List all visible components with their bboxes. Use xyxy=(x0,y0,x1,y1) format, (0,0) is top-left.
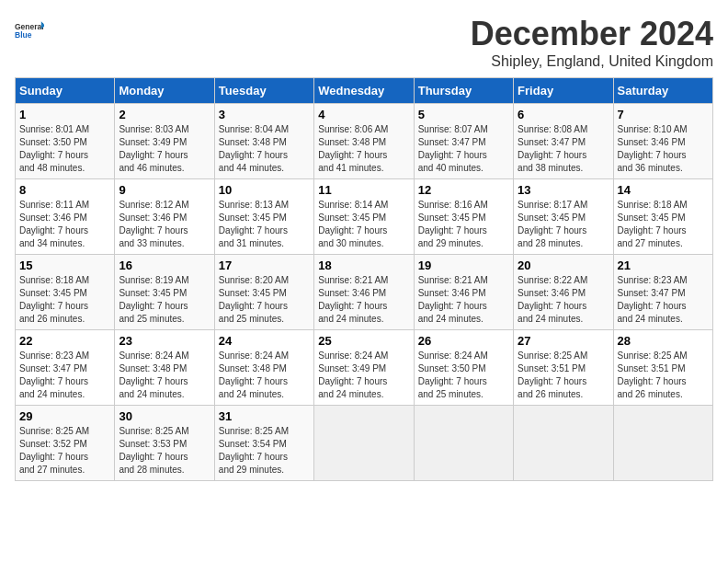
calendar-cell: 7 Sunrise: 8:10 AMSunset: 3:46 PMDayligh… xyxy=(613,104,712,179)
day-number: 8 xyxy=(19,183,110,197)
day-number: 23 xyxy=(119,334,210,348)
calendar-cell: 5 Sunrise: 8:07 AMSunset: 3:47 PMDayligh… xyxy=(414,104,513,179)
day-number: 21 xyxy=(618,259,709,272)
day-number: 24 xyxy=(219,334,310,348)
calendar-cell: 10 Sunrise: 8:13 AMSunset: 3:45 PMDaylig… xyxy=(214,179,313,255)
day-number: 2 xyxy=(119,108,210,121)
day-info: Sunrise: 8:21 AMSunset: 3:46 PMDaylight:… xyxy=(318,274,409,326)
location-title: Shipley, England, United Kingdom xyxy=(471,53,713,70)
day-info: Sunrise: 8:08 AMSunset: 3:47 PMDaylight:… xyxy=(518,123,609,175)
day-number: 3 xyxy=(219,108,310,121)
day-info: Sunrise: 8:24 AMSunset: 3:50 PMDaylight:… xyxy=(418,350,509,401)
calendar-cell xyxy=(514,406,613,481)
day-info: Sunrise: 8:04 AMSunset: 3:48 PMDaylight:… xyxy=(219,123,310,175)
day-number: 28 xyxy=(618,334,709,348)
calendar-cell: 13 Sunrise: 8:17 AMSunset: 3:45 PMDaylig… xyxy=(514,179,613,255)
calendar-week-1: 1 Sunrise: 8:01 AMSunset: 3:50 PMDayligh… xyxy=(16,104,713,179)
day-info: Sunrise: 8:24 AMSunset: 3:48 PMDaylight:… xyxy=(219,350,310,401)
day-number: 29 xyxy=(19,409,110,423)
header: General Blue December 2024 Shipley, Engl… xyxy=(15,15,713,70)
calendar-cell: 6 Sunrise: 8:08 AMSunset: 3:47 PMDayligh… xyxy=(514,104,613,179)
day-number: 13 xyxy=(518,183,609,197)
day-number: 4 xyxy=(318,108,409,121)
day-info: Sunrise: 8:16 AMSunset: 3:45 PMDaylight:… xyxy=(418,199,509,250)
day-info: Sunrise: 8:25 AMSunset: 3:53 PMDaylight:… xyxy=(119,425,210,477)
day-number: 11 xyxy=(318,183,409,197)
calendar-cell: 25 Sunrise: 8:24 AMSunset: 3:49 PMDaylig… xyxy=(314,330,414,406)
calendar-cell: 4 Sunrise: 8:06 AMSunset: 3:48 PMDayligh… xyxy=(314,104,414,179)
calendar-cell: 3 Sunrise: 8:04 AMSunset: 3:48 PMDayligh… xyxy=(214,104,313,179)
header-cell-thursday: Thursday xyxy=(414,78,513,104)
day-number: 31 xyxy=(219,409,310,423)
calendar-cell: 23 Sunrise: 8:24 AMSunset: 3:48 PMDaylig… xyxy=(115,330,214,406)
day-info: Sunrise: 8:21 AMSunset: 3:46 PMDaylight:… xyxy=(418,274,509,326)
day-info: Sunrise: 8:20 AMSunset: 3:45 PMDaylight:… xyxy=(219,274,310,326)
logo: General Blue xyxy=(15,15,44,48)
calendar-cell xyxy=(314,406,414,481)
calendar-table: SundayMondayTuesdayWednesdayThursdayFrid… xyxy=(15,77,713,481)
day-number: 27 xyxy=(518,334,609,348)
svg-text:Blue: Blue xyxy=(15,30,32,40)
day-info: Sunrise: 8:01 AMSunset: 3:50 PMDaylight:… xyxy=(19,123,110,175)
logo-svg: General Blue xyxy=(15,15,44,48)
calendar-cell: 28 Sunrise: 8:25 AMSunset: 3:51 PMDaylig… xyxy=(613,330,712,406)
header-cell-wednesday: Wednesday xyxy=(314,78,414,104)
calendar-cell: 20 Sunrise: 8:22 AMSunset: 3:46 PMDaylig… xyxy=(514,255,613,330)
calendar-cell: 11 Sunrise: 8:14 AMSunset: 3:45 PMDaylig… xyxy=(314,179,414,255)
day-info: Sunrise: 8:10 AMSunset: 3:46 PMDaylight:… xyxy=(618,123,709,175)
day-info: Sunrise: 8:14 AMSunset: 3:45 PMDaylight:… xyxy=(318,199,409,250)
day-info: Sunrise: 8:07 AMSunset: 3:47 PMDaylight:… xyxy=(418,123,509,175)
day-number: 25 xyxy=(318,334,409,348)
calendar-cell: 12 Sunrise: 8:16 AMSunset: 3:45 PMDaylig… xyxy=(414,179,513,255)
header-cell-saturday: Saturday xyxy=(613,78,712,104)
day-number: 7 xyxy=(618,108,709,121)
day-number: 14 xyxy=(618,183,709,197)
day-number: 9 xyxy=(119,183,210,197)
calendar-cell: 18 Sunrise: 8:21 AMSunset: 3:46 PMDaylig… xyxy=(314,255,414,330)
title-area: December 2024 Shipley, England, United K… xyxy=(471,15,713,70)
calendar-week-5: 29 Sunrise: 8:25 AMSunset: 3:52 PMDaylig… xyxy=(16,406,713,481)
calendar-week-2: 8 Sunrise: 8:11 AMSunset: 3:46 PMDayligh… xyxy=(16,179,713,255)
day-info: Sunrise: 8:25 AMSunset: 3:51 PMDaylight:… xyxy=(618,350,709,401)
header-cell-monday: Monday xyxy=(115,78,214,104)
calendar-cell: 19 Sunrise: 8:21 AMSunset: 3:46 PMDaylig… xyxy=(414,255,513,330)
day-info: Sunrise: 8:23 AMSunset: 3:47 PMDaylight:… xyxy=(618,274,709,326)
day-info: Sunrise: 8:12 AMSunset: 3:46 PMDaylight:… xyxy=(119,199,210,250)
day-number: 10 xyxy=(219,183,310,197)
calendar-cell: 30 Sunrise: 8:25 AMSunset: 3:53 PMDaylig… xyxy=(115,406,214,481)
day-number: 15 xyxy=(19,259,110,272)
day-info: Sunrise: 8:13 AMSunset: 3:45 PMDaylight:… xyxy=(219,199,310,250)
calendar-cell: 24 Sunrise: 8:24 AMSunset: 3:48 PMDaylig… xyxy=(214,330,313,406)
header-cell-sunday: Sunday xyxy=(16,78,115,104)
day-info: Sunrise: 8:11 AMSunset: 3:46 PMDaylight:… xyxy=(19,199,110,250)
day-info: Sunrise: 8:23 AMSunset: 3:47 PMDaylight:… xyxy=(19,350,110,401)
calendar-cell xyxy=(414,406,513,481)
day-info: Sunrise: 8:25 AMSunset: 3:54 PMDaylight:… xyxy=(219,425,310,477)
day-number: 17 xyxy=(219,259,310,272)
day-info: Sunrise: 8:18 AMSunset: 3:45 PMDaylight:… xyxy=(618,199,709,250)
day-number: 12 xyxy=(418,183,509,197)
calendar-cell: 29 Sunrise: 8:25 AMSunset: 3:52 PMDaylig… xyxy=(16,406,115,481)
calendar-week-4: 22 Sunrise: 8:23 AMSunset: 3:47 PMDaylig… xyxy=(16,330,713,406)
day-number: 16 xyxy=(119,259,210,272)
header-cell-tuesday: Tuesday xyxy=(214,78,313,104)
day-info: Sunrise: 8:03 AMSunset: 3:49 PMDaylight:… xyxy=(119,123,210,175)
calendar-week-3: 15 Sunrise: 8:18 AMSunset: 3:45 PMDaylig… xyxy=(16,255,713,330)
header-row: SundayMondayTuesdayWednesdayThursdayFrid… xyxy=(16,78,713,104)
calendar-cell: 17 Sunrise: 8:20 AMSunset: 3:45 PMDaylig… xyxy=(214,255,313,330)
header-cell-friday: Friday xyxy=(514,78,613,104)
calendar-cell: 16 Sunrise: 8:19 AMSunset: 3:45 PMDaylig… xyxy=(115,255,214,330)
calendar-cell: 26 Sunrise: 8:24 AMSunset: 3:50 PMDaylig… xyxy=(414,330,513,406)
calendar-cell: 9 Sunrise: 8:12 AMSunset: 3:46 PMDayligh… xyxy=(115,179,214,255)
day-number: 22 xyxy=(19,334,110,348)
day-info: Sunrise: 8:17 AMSunset: 3:45 PMDaylight:… xyxy=(518,199,609,250)
day-info: Sunrise: 8:25 AMSunset: 3:51 PMDaylight:… xyxy=(518,350,609,401)
day-number: 19 xyxy=(418,259,509,272)
svg-text:General: General xyxy=(15,22,44,31)
day-number: 5 xyxy=(418,108,509,121)
day-info: Sunrise: 8:24 AMSunset: 3:48 PMDaylight:… xyxy=(119,350,210,401)
day-number: 1 xyxy=(19,108,110,121)
calendar-cell: 8 Sunrise: 8:11 AMSunset: 3:46 PMDayligh… xyxy=(16,179,115,255)
day-number: 30 xyxy=(119,409,210,423)
calendar-cell: 27 Sunrise: 8:25 AMSunset: 3:51 PMDaylig… xyxy=(514,330,613,406)
